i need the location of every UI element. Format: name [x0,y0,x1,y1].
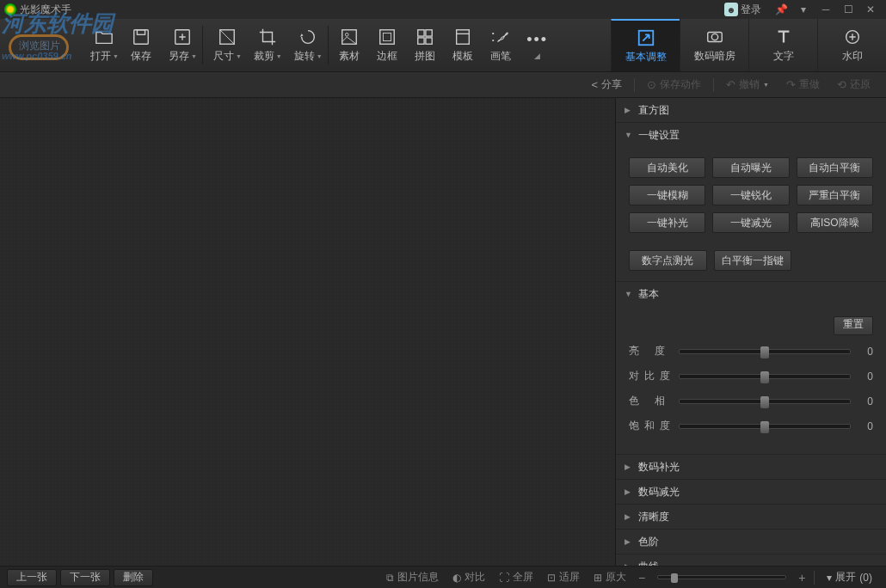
spot-meter-button[interactable]: 数字点测光 [629,250,707,271]
saturation-slider[interactable] [679,424,851,429]
auto-exposure-button[interactable]: 自动曝光 [712,157,789,178]
canvas-area[interactable] [0,98,615,566]
panel-header-oneclick[interactable]: ▼ 一键设置 [616,123,886,147]
undo-icon: ↶ [726,78,735,91]
template-icon [453,28,472,46]
reset-button[interactable]: 重置 [834,316,873,335]
panel-header-digital-reduce[interactable]: ▶ 数码减光 [616,480,886,504]
template-button[interactable]: 模板 [444,19,482,71]
user-avatar-icon[interactable]: ☻ [724,3,738,16]
expand-arrow-icon: ▶ [625,562,633,566]
collapse-arrow-icon: ▼ [625,290,633,298]
expand-arrow-icon: ▶ [625,487,633,496]
record-icon: ⊙ [647,78,656,91]
svg-rect-7 [383,33,391,40]
panel-header-clarity[interactable]: ▶ 清晰度 [616,505,886,529]
puzzle-button[interactable]: 拼图 [406,19,444,71]
wb-finger-button[interactable]: 白平衡一指键 [714,250,792,271]
svg-point-5 [345,33,348,36]
material-icon [340,28,359,46]
brightness-slider[interactable] [679,349,851,354]
auto-wb-button[interactable]: 自动白平衡 [797,157,873,178]
tab-darkroom[interactable]: 数码暗房 [680,19,748,71]
save-as-icon [173,28,192,46]
fullscreen-button[interactable]: ⛶ 全屏 [494,570,538,585]
more-button[interactable]: ••• ◢ [520,19,556,71]
severe-wb-button[interactable]: 严重白平衡 [797,185,873,205]
login-button[interactable]: 登录 [741,3,761,17]
dropdown-button[interactable]: ▾ [792,1,815,18]
contrast-value: 0 [858,371,873,383]
saturation-value: 0 [858,420,873,432]
rotate-button[interactable]: 旋转▼ [286,19,326,71]
grid-icon [415,28,434,46]
right-panel: ▶ 直方图 ▼ 一键设置 自动美化 自动曝光 自动白平衡 一键模糊 一键锐化 严… [615,98,886,566]
tab-basic-adjust[interactable]: 基本调整 [611,19,680,71]
contrast-slider[interactable] [679,374,851,379]
compare-button[interactable]: ◐ 对比 [447,570,490,585]
hue-slider[interactable] [679,399,851,404]
svg-rect-0 [134,29,149,44]
save-icon [132,28,151,46]
zoom-out-button[interactable]: − [635,571,649,585]
save-as-button[interactable]: 另存▼ [160,19,200,71]
expand-arrow-icon: ▶ [625,537,633,546]
minimize-button[interactable]: ─ [815,1,837,18]
prev-image-button[interactable]: 上一张 [7,569,57,586]
panel-header-curves[interactable]: ▶ 曲线 [616,554,886,566]
tab-text[interactable]: 文字 [748,19,817,71]
original-size-button[interactable]: ⊞ 原大 [588,570,631,585]
next-image-button[interactable]: 下一张 [60,569,110,586]
resize-icon [218,28,237,46]
svg-rect-10 [417,37,423,43]
redo-button: ↷ 重做 [779,75,827,95]
app-icon [4,3,16,15]
info-icon: ⧉ [386,572,394,584]
expand-arrow-icon: ▶ [625,512,633,521]
chevron-down-icon: ▾ [827,572,832,584]
folder-open-icon [95,28,114,46]
crop-button[interactable]: 裁剪▼ [245,19,286,71]
window-title: 光影魔术手 [20,3,724,17]
blur-button[interactable]: 一键模糊 [629,185,705,205]
panel-header-digital-fill[interactable]: ▶ 数码补光 [616,455,886,479]
svg-rect-12 [456,29,469,44]
zoom-slider[interactable] [657,575,786,579]
brush-icon: : [491,28,510,46]
collapse-arrow-icon: ▼ [625,131,633,139]
border-button[interactable]: 边框 [368,19,406,71]
fullscreen-icon: ⛶ [499,572,509,584]
panel-header-histogram[interactable]: ▶ 直方图 [616,98,886,122]
reduce-light-button[interactable]: 一键减光 [712,212,789,233]
image-info-button[interactable]: ⧉ 图片信息 [381,570,444,585]
svg-rect-11 [426,37,432,43]
svg-rect-6 [379,29,394,44]
panel-header-levels[interactable]: ▶ 色阶 [616,530,886,554]
expand-toggle[interactable]: ▾ 展开 (0) [820,570,879,585]
save-button[interactable]: 保存 [122,19,160,71]
panel-header-basic[interactable]: ▼ 基本 [616,282,886,306]
svg-rect-4 [341,29,356,44]
brightness-label: 亮度 [629,344,672,358]
zoom-in-button[interactable]: + [795,571,809,585]
restore-button: ⟲ 还原 [830,75,877,95]
open-button[interactable]: 打开▼ [82,19,122,71]
share-button[interactable]: < 分享 [584,75,629,95]
material-button[interactable]: 素材 [330,19,368,71]
close-button[interactable]: ✕ [859,1,882,18]
undo-button: ↶ 撤销 ▼ [719,75,776,95]
maximize-button[interactable]: ☐ [837,1,859,18]
auto-beautify-button[interactable]: 自动美化 [629,157,705,178]
expand-arrow-icon: ▶ [625,462,633,471]
brightness-value: 0 [858,346,873,358]
sharpen-button[interactable]: 一键锐化 [712,185,789,205]
high-iso-button[interactable]: 高ISO降噪 [797,212,873,233]
fill-light-button[interactable]: 一键补光 [629,212,705,233]
svg-point-15 [711,34,717,40]
pin-button[interactable]: 📌 [770,1,792,18]
size-button[interactable]: 尺寸▼ [205,19,245,71]
delete-button[interactable]: 删除 [114,569,153,586]
tab-watermark[interactable]: 水印 [817,19,886,71]
fit-screen-button[interactable]: ⊡ 适屏 [542,570,585,585]
brush-button[interactable]: : 画笔 [482,19,520,71]
